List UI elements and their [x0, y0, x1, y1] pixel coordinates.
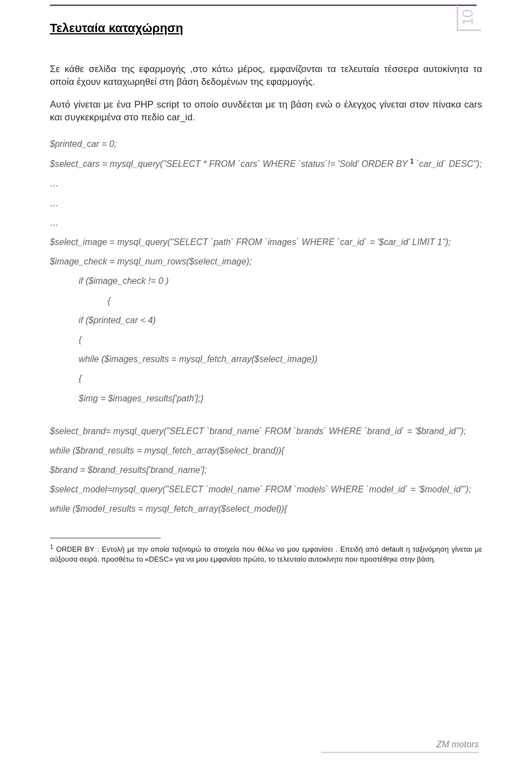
footnote-divider [50, 538, 161, 538]
code-ellipsis: … [50, 216, 482, 229]
code-line: $image_check = mysql_num_rows($select_im… [50, 255, 482, 268]
code-brace: { [50, 294, 482, 307]
code-line: $brand = $brand_results['brand_name']; [50, 464, 482, 476]
code-line: $select_cars = mysql_query("SELECT * FRO… [50, 157, 482, 171]
code-line: $select_brand= mysql_query("SELECT `bran… [50, 425, 482, 437]
code-line: if ($image_check != 0 ) [50, 274, 482, 287]
section-heading: Τελευταία καταχώρηση [50, 21, 482, 35]
code-line: $select_model=mysql_query("SELECT `model… [50, 483, 482, 496]
code-block: $printed_car = 0; $select_cars = mysql_q… [50, 137, 482, 516]
code-text: `car_id` DESC"); [416, 159, 482, 169]
code-line: $img = $images_results['path'];} [50, 392, 482, 405]
code-line: $printed_car = 0; [50, 137, 482, 150]
page-number: 10 [458, 9, 476, 26]
code-brace: { [50, 372, 482, 385]
intro-paragraph-2: Αυτό γίνεται με ένα PHP script το οποίο … [50, 99, 482, 124]
top-border [50, 4, 477, 6]
intro-paragraph-1: Σε κάθε σελίδα της εφαρμογής ,στο κάτω μ… [50, 63, 482, 89]
code-line: while ($images_results = mysql_fetch_arr… [50, 353, 482, 365]
footer-divider [321, 752, 479, 753]
code-line: while ($model_results = mysql_fetch_arra… [50, 502, 482, 515]
code-text: $select_cars = mysql_query("SELECT * FRO… [50, 159, 407, 169]
code-line: $select_image = mysql_query("SELECT `pat… [50, 236, 482, 248]
code-brace: { [50, 333, 482, 346]
footnote-ref-icon: 1 [410, 157, 414, 165]
footer-brand: ZM motors [437, 740, 479, 750]
code-line: while ($brand_results = mysql_fetch_arra… [50, 444, 482, 457]
code-ellipsis: … [50, 177, 482, 190]
code-ellipsis: … [50, 197, 482, 210]
code-line: if ($printed_car < 4) [50, 314, 482, 327]
footnote-text: 1 ORDER BY : Εντολή με την οποία ταξινομ… [50, 543, 482, 565]
footnote-body: ORDER BY : Εντολή με την οποία ταξινομώ … [50, 545, 482, 563]
